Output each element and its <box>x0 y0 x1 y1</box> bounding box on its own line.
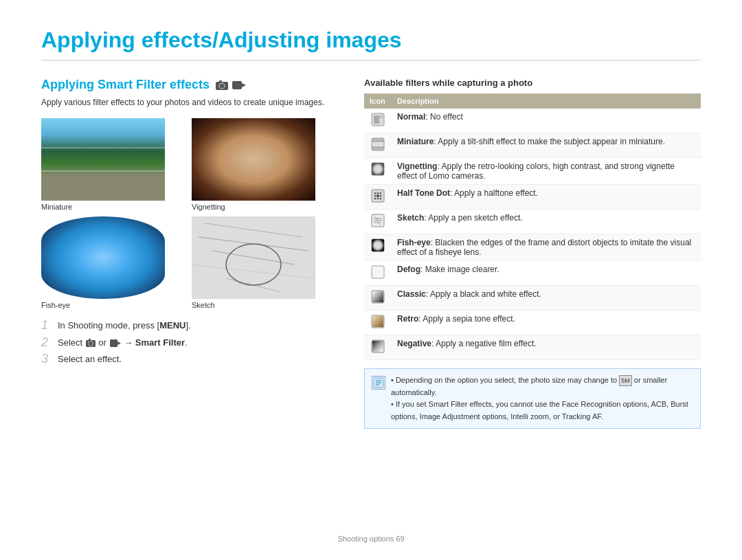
step-2: 2 Select or → Smart Filter. <box>41 336 337 350</box>
step-1-text: In Shooting mode, press [MENU]. <box>58 319 191 333</box>
filter-row-sketch: Sketch: Apply a pen sketch effect. <box>364 210 701 234</box>
svg-rect-3 <box>232 81 242 89</box>
section-description: Apply various filter effects to your pho… <box>41 96 337 109</box>
filter-row-classic: Classic: Apply a black and white effect. <box>364 286 701 311</box>
fisheye-filter-desc: Fish-eye: Blacken the edges of the frame… <box>392 234 701 261</box>
svg-marker-16 <box>117 341 121 345</box>
page-title: Applying effects/Adjusting images <box>41 27 701 60</box>
image-item-fisheye: Fish-eye <box>41 216 186 309</box>
svg-point-30 <box>380 192 382 194</box>
vignetting-icon-cell <box>364 158 392 185</box>
filter-table: Icon Description N <box>364 93 701 360</box>
vignetting-filter-icon <box>370 161 385 177</box>
filter-row-fisheye: Fish-eye: Blacken the edges of the frame… <box>364 234 701 261</box>
svg-point-32 <box>376 194 379 197</box>
retro-filter-desc: Retro: Apply a sepia tone effect. <box>392 311 701 335</box>
content-wrapper: Applying Smart Filter effects Apply vari… <box>41 78 701 429</box>
filter-row-normal: Normal: No effect <box>364 109 701 133</box>
svg-rect-2 <box>219 80 222 82</box>
sketch-filter-icon <box>370 213 385 228</box>
miniature-photo <box>41 118 165 201</box>
page-footer: Shooting options 69 <box>0 535 742 543</box>
filter-row-retro: Retro: Apply a sepia tone effect. <box>364 311 701 335</box>
step-3-number: 3 <box>41 352 54 365</box>
negative-icon-cell <box>364 335 392 360</box>
step-3-text: Select an effect. <box>58 352 122 366</box>
step-1: 1 In Shooting mode, press [MENU]. <box>41 319 337 333</box>
video-camera-icon <box>232 80 247 91</box>
miniature-filter-icon <box>370 137 385 152</box>
filter-row-miniature: Miniature: Apply a tilt-shift effect to … <box>364 133 701 158</box>
svg-point-35 <box>377 198 379 200</box>
classic-filter-icon <box>370 289 385 304</box>
right-column: Available filters while capturing a phot… <box>364 78 701 429</box>
svg-point-33 <box>380 195 382 197</box>
normal-filter-desc: Normal: No effect <box>392 109 701 133</box>
col-desc-header: Description <box>392 93 701 109</box>
retro-icon-cell <box>364 311 392 335</box>
normal-filter-icon <box>370 112 385 127</box>
svg-rect-45 <box>372 266 384 278</box>
note-bullet-1: • Depending on the option you select, th… <box>391 374 693 399</box>
halftone-filter-desc: Half Tone Dot: Apply a halftone effect. <box>392 185 701 210</box>
steps-list: 1 In Shooting mode, press [MENU]. 2 Sele… <box>41 319 337 366</box>
miniature-label: Miniature <box>41 203 186 211</box>
fisheye-filter-icon <box>370 238 385 253</box>
page: Applying effects/Adjusting images Applyi… <box>0 0 742 560</box>
svg-point-19 <box>380 115 383 119</box>
svg-point-31 <box>374 195 376 197</box>
svg-rect-22 <box>372 147 384 150</box>
vignetting-label: Vignetting <box>192 203 337 211</box>
vignetting-filter-desc: Vignetting: Apply the retro-looking colo… <box>392 158 701 185</box>
note-content: • Depending on the option you select, th… <box>391 374 693 423</box>
svg-marker-4 <box>242 83 246 87</box>
svg-rect-21 <box>372 138 384 142</box>
halftone-filter-icon <box>370 188 385 203</box>
fisheye-icon-cell <box>364 234 392 261</box>
classic-filter-desc: Classic: Apply a black and white effect. <box>392 286 701 311</box>
svg-point-28 <box>374 192 376 194</box>
svg-rect-51 <box>372 341 383 352</box>
step-3: 3 Select an effect. <box>41 352 337 366</box>
defog-icon-cell <box>364 261 392 286</box>
video-small-icon <box>109 339 122 348</box>
image-item-sketch: Sketch <box>192 216 337 309</box>
sketch-label: Sketch <box>192 301 337 309</box>
svg-point-34 <box>374 198 376 200</box>
svg-rect-18 <box>374 115 379 124</box>
sketch-icon-cell <box>364 210 392 234</box>
step-2-number: 2 <box>41 336 54 348</box>
step-1-number: 1 <box>41 319 54 331</box>
classic-icon-cell <box>364 286 392 311</box>
filter-row-negative: Negative: Apply a negative film effect. <box>364 335 701 360</box>
svg-rect-15 <box>110 339 117 347</box>
camera-icon <box>215 80 229 91</box>
camera-small-icon <box>85 339 96 348</box>
step-2-text: Select or → Smart Filter. <box>58 336 188 350</box>
vignetting-photo <box>192 118 315 201</box>
table-title: Available filters while capturing a phot… <box>364 78 701 88</box>
miniature-filter-desc: Miniature: Apply a tilt-shift effect to … <box>392 133 701 158</box>
svg-rect-26 <box>372 163 384 175</box>
note-box: • Depending on the option you select, th… <box>364 368 701 429</box>
image-item-vignetting: Vignetting <box>192 118 337 211</box>
miniature-icon-cell <box>364 133 392 158</box>
defog-filter-desc: Defog: Make image clearer. <box>392 261 701 286</box>
halftone-icon-cell <box>364 185 392 210</box>
svg-point-29 <box>377 192 379 194</box>
image-item-miniature: Miniature <box>41 118 186 211</box>
negative-filter-desc: Negative: Apply a negative film effect. <box>392 335 701 360</box>
fisheye-photo <box>41 216 165 299</box>
note-bullet-2: • If you set Smart Filter effects, you c… <box>391 399 693 423</box>
filter-row-halftone: Half Tone Dot: Apply a halftone effect. <box>364 185 701 210</box>
svg-rect-14 <box>89 339 91 341</box>
left-column: Applying Smart Filter effects Apply vari… <box>41 78 337 429</box>
retro-filter-icon <box>370 314 385 329</box>
normal-icon-cell <box>364 109 392 133</box>
filter-row-vignetting: Vignetting: Apply the retro-looking colo… <box>364 158 701 185</box>
svg-rect-47 <box>372 291 383 302</box>
svg-point-36 <box>380 198 382 200</box>
filter-row-defog: Defog: Make image clearer. <box>364 261 701 286</box>
images-grid: Miniature Vignetting Fish-eye <box>41 118 337 309</box>
fisheye-label: Fish-eye <box>41 301 186 309</box>
